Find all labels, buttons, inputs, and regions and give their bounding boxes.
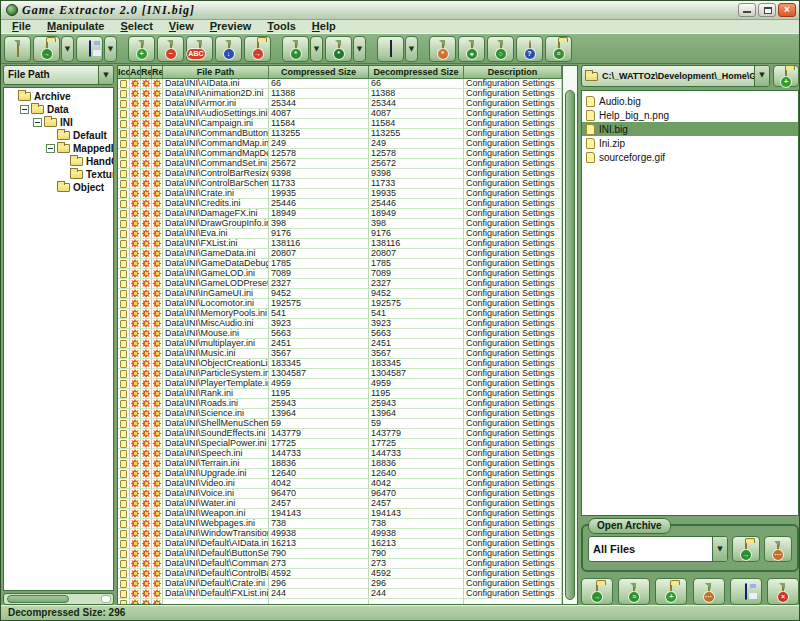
read-archive-button[interactable]: ··· bbox=[764, 536, 792, 562]
file-filter-selector[interactable]: All Files bbox=[588, 536, 728, 562]
table-row[interactable]: Data\INI\CommandMapDebug.ini1257812578Co… bbox=[118, 149, 562, 159]
collapse-icon[interactable] bbox=[33, 118, 42, 127]
table-row[interactable]: Data\INI\Animation2D.ini1138811388Config… bbox=[118, 89, 562, 99]
directory-selector[interactable]: C:\_WATTOz\Development\_Home\Game Extra bbox=[581, 65, 770, 87]
table-row[interactable]: Data\INI\AIData.ini6666Configuration Set… bbox=[118, 79, 562, 89]
table-row[interactable]: Data\INI\DrawGroupInfo.ini398398Configur… bbox=[118, 219, 562, 229]
preview-button[interactable]: ● bbox=[458, 36, 485, 62]
table-row[interactable]: Data\INI\Default\FXList.ini244244Configu… bbox=[118, 589, 562, 599]
table-row[interactable]: Data\INI\InGameUI.ini94529452Configurati… bbox=[118, 289, 562, 299]
table-row[interactable]: Data\INI\Water.ini24572457Configuration … bbox=[118, 499, 562, 509]
table-row[interactable]: Data\INI\Credits.ini2544625446Configurat… bbox=[118, 199, 562, 209]
table-row[interactable]: Data\INI\Default\ControlBarScheme.ini459… bbox=[118, 569, 562, 579]
column-header-decompressed-size[interactable]: Decompressed Size bbox=[369, 66, 464, 78]
table-row[interactable]: Data\INI\Roads.ini2594325943Configuratio… bbox=[118, 399, 562, 409]
menu-file[interactable]: File bbox=[5, 20, 38, 33]
table-row[interactable]: Data\INI\MiscAudio.ini39233923Configurat… bbox=[118, 319, 562, 329]
chevron-down-icon[interactable] bbox=[754, 66, 769, 86]
file-item-audio.big[interactable]: Audio.big bbox=[582, 94, 798, 108]
chevron-down-icon[interactable] bbox=[98, 66, 113, 84]
table-row[interactable]: Data\INI\ControlBarResizer.ini93989398Co… bbox=[118, 169, 562, 179]
tree-item-mappedimages[interactable]: MappedImages bbox=[4, 142, 113, 155]
tree-item-handcreated[interactable]: HandCreated bbox=[4, 155, 113, 168]
save-archive-button[interactable] bbox=[76, 36, 103, 62]
new-archive-button[interactable] bbox=[4, 36, 31, 62]
script-manager-button[interactable]: ≡ bbox=[618, 578, 650, 605]
table-row[interactable]: Data\INI\CommandSet.ini2567225672Configu… bbox=[118, 159, 562, 169]
table-row[interactable]: Data\INI\MemoryPools.ini541541Configurat… bbox=[118, 309, 562, 319]
column-settings-button-dropdown[interactable] bbox=[405, 36, 418, 62]
table-row[interactable]: Data\INI\Speech.ini144733144733Configura… bbox=[118, 449, 562, 459]
column-header-re[interactable]: Re bbox=[152, 66, 163, 78]
new-folder-button[interactable]: + bbox=[773, 65, 799, 87]
table-row[interactable]: Data\INI\GameLOD.ini70897089Configuratio… bbox=[118, 269, 562, 279]
menu-help[interactable]: Help bbox=[305, 20, 343, 33]
edit-script-button-dropdown[interactable] bbox=[353, 36, 366, 62]
file-item-ini.zip[interactable]: Ini.zip bbox=[582, 136, 798, 150]
table-row[interactable]: Data\INI\Science.ini1396413964Configurat… bbox=[118, 409, 562, 419]
tree-item-archive[interactable]: Archive bbox=[4, 90, 113, 103]
open-archive-button[interactable]: → bbox=[33, 36, 60, 62]
table-row[interactable]: Data\INI\GameData.ini2080720807Configura… bbox=[118, 249, 562, 259]
table-row[interactable]: Data\INI\Upgrade.ini1264012640Configurat… bbox=[118, 469, 562, 479]
table-row[interactable]: Data\INI\Webpages.ini738738Configuration… bbox=[118, 519, 562, 529]
run-script-button[interactable]: * bbox=[282, 36, 309, 62]
tree-item-data[interactable]: Data bbox=[4, 103, 113, 116]
save-archive-button[interactable] bbox=[730, 578, 762, 605]
format-scanner-button[interactable]: * bbox=[429, 36, 456, 62]
close-archive-button[interactable]: × bbox=[767, 578, 799, 605]
table-row[interactable]: Data\INI\Eva.ini91769176Configuration Se… bbox=[118, 229, 562, 239]
chevron-down-icon[interactable] bbox=[712, 537, 727, 561]
file-item-help_big_n.png[interactable]: Help_big_n.png bbox=[582, 108, 798, 122]
table-row[interactable]: Data\INI\Crate.ini1993519935Configuratio… bbox=[118, 189, 562, 199]
extract-resources-button[interactable]: → bbox=[581, 578, 613, 605]
table-row[interactable]: Data\INI\SpecialPower.ini1772517725Confi… bbox=[118, 439, 562, 449]
restore-button[interactable] bbox=[758, 3, 776, 17]
file-item-sourceforge.gif[interactable]: sourceforge.gif bbox=[582, 150, 798, 164]
table-row[interactable]: Data\INI\Default\CommandButton.ini273273… bbox=[118, 559, 562, 569]
table-row[interactable]: Data\INI\Default\AIData.ini1621316213Con… bbox=[118, 539, 562, 549]
table-row[interactable]: Data\INI\PlayerTemplate.ini49594959Confi… bbox=[118, 379, 562, 389]
file-item-ini.big[interactable]: INI.big bbox=[582, 122, 798, 136]
tree-horizontal-scrollbar[interactable] bbox=[3, 593, 114, 605]
table-row[interactable]: Data\INI\SoundEffects.ini143779143779Con… bbox=[118, 429, 562, 439]
edit-script-button[interactable]: * bbox=[325, 36, 352, 62]
table-row[interactable]: Data\INI\multiplayer.ini24512451Configur… bbox=[118, 339, 562, 349]
tree-item-object[interactable]: Object bbox=[4, 181, 113, 194]
column-header-ad[interactable]: Ad bbox=[130, 66, 141, 78]
table-row[interactable]: Data\INI\Terrain.ini1883618836Configurat… bbox=[118, 459, 562, 469]
add-resource-button[interactable]: + bbox=[655, 578, 687, 605]
open-archive-button-dropdown[interactable] bbox=[61, 36, 74, 62]
table-row[interactable]: Data\INI\Music.ini35673567Configuration … bbox=[118, 349, 562, 359]
table-row[interactable]: Data\INI\ParticleSystem.ini1304587130458… bbox=[118, 369, 562, 379]
table-row[interactable]: Data\INI\ObjectCreationList.ini183345183… bbox=[118, 359, 562, 369]
column-header-ico[interactable]: Ico bbox=[118, 66, 130, 78]
menu-preview[interactable]: Preview bbox=[203, 20, 259, 33]
scrollbar-thumb[interactable] bbox=[565, 90, 575, 600]
table-row[interactable]: Data\INI\Rank.ini11951195Configuration S… bbox=[118, 389, 562, 399]
analyze-archive-button[interactable]: ··· bbox=[693, 578, 725, 605]
extract-file-button[interactable]: ↓ bbox=[215, 36, 242, 62]
table-row[interactable]: Data\INI\ControlBarScheme.ini1173311733C… bbox=[118, 179, 562, 189]
run-script-button-dropdown[interactable] bbox=[310, 36, 323, 62]
table-row[interactable]: Data\INI\ShellMenuScheme.ini5959Configur… bbox=[118, 419, 562, 429]
menu-manipulate[interactable]: Manipulate bbox=[40, 20, 111, 33]
table-row[interactable]: Data\INI\Video.ini40424042Configuration … bbox=[118, 479, 562, 489]
table-row[interactable]: Data\INI\DamageFX.ini1894918949Configura… bbox=[118, 209, 562, 219]
table-row[interactable]: Data\INI\CommandMap.ini249249Configurati… bbox=[118, 139, 562, 149]
tree-item-default[interactable]: Default bbox=[4, 129, 113, 142]
column-header-re[interactable]: Re bbox=[141, 66, 152, 78]
add-file-button[interactable]: + bbox=[128, 36, 155, 62]
extract-all-button[interactable]: → bbox=[244, 36, 271, 62]
column-header-compressed-size[interactable]: Compressed Size bbox=[269, 66, 369, 78]
tree-grouping-selector[interactable]: File Path bbox=[3, 65, 114, 85]
table-row[interactable]: Data\INI\Locomotor.ini192575192575Config… bbox=[118, 299, 562, 309]
collapse-icon[interactable] bbox=[46, 144, 55, 153]
menu-tools[interactable]: Tools bbox=[260, 20, 303, 33]
table-row[interactable]: Data\INI\FXList.ini138116138116Configura… bbox=[118, 239, 562, 249]
table-row[interactable]: Data\INI\GameDataDebug.ini17851785Config… bbox=[118, 259, 562, 269]
search-button[interactable]: ○ bbox=[487, 36, 514, 62]
rename-file-button[interactable]: ABC bbox=[186, 36, 213, 62]
table-row[interactable]: Data\INI\Weapon.ini194143194143Configura… bbox=[118, 509, 562, 519]
save-archive-button-dropdown[interactable] bbox=[104, 36, 117, 62]
